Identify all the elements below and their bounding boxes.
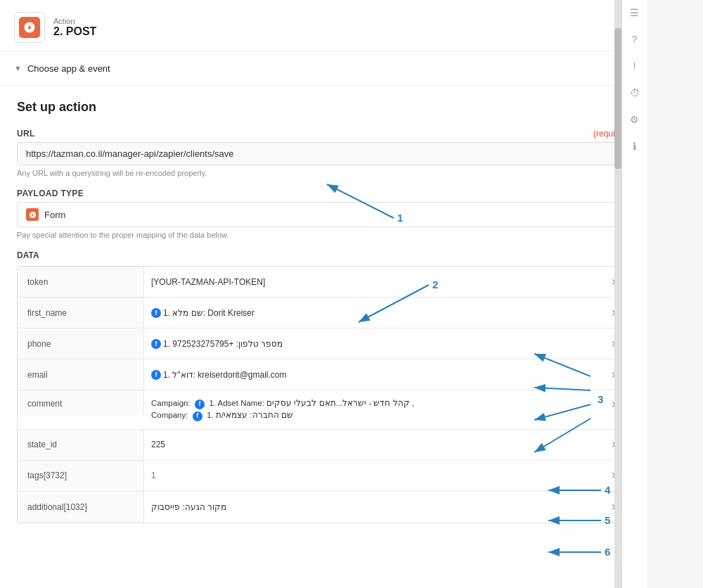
data-value-first-name: f 1. שם מלא: Dorit Kreiser (151, 307, 605, 318)
action-icon-inner (19, 17, 40, 38)
table-row: phone f 1. מספר טלפון: +972523275795 ✕ (18, 328, 629, 359)
data-value-cell-tags: 1 ✕ (144, 461, 629, 491)
data-value-phone: f 1. מספר טלפון: +972523275795 (151, 338, 605, 349)
chevron-icon[interactable]: ▼ (14, 64, 22, 72)
action-name: 2. POST (53, 25, 96, 38)
data-value-cell-comment: Campaign: f 1. Adset Name: קהל חדש - ישר… (144, 390, 629, 429)
data-key-additional: additional[1032] (18, 492, 144, 523)
fb-text: 1. מספר טלפון: +972523275795 (163, 339, 283, 349)
payload-value: Form (44, 210, 65, 220)
data-key-tags: tags[3732] (18, 461, 144, 491)
data-value-email: f 1. דוא"ל: kreiserdorit@gmail.com (151, 369, 605, 380)
action-label: Action (53, 17, 96, 25)
main-content[interactable]: Action 2. POST ? ··· ▼ Choose app & even… (0, 0, 647, 588)
data-key-phone: phone (18, 328, 144, 359)
header-left: Action 2. POST (14, 12, 96, 43)
data-key-state-id: state_id (18, 430, 144, 460)
data-value-comment: Campaign: f 1. Adset Name: קהל חדש - ישר… (151, 397, 605, 422)
form-icon (26, 208, 39, 221)
sidebar-help-icon[interactable]: ? (628, 32, 642, 46)
choose-app-section[interactable]: ▼ Choose app & event ✓ (0, 51, 647, 86)
url-field-group: URL (required) Any URL with a querystrin… (17, 129, 630, 177)
facebook-icon: f (151, 308, 161, 318)
table-row: email f 1. דוא"ל: kreiserdorit@gmail.com… (18, 359, 629, 390)
data-key-first-name: first_name (18, 298, 144, 328)
data-value-cell-phone: f 1. מספר טלפון: +972523275795 ✕ (144, 328, 629, 359)
data-value-state-id: 225 (151, 440, 605, 449)
url-hint: Any URL with a querystring will be re-en… (17, 169, 630, 177)
setup-section: Set up action URL (required) Any URL wit… (0, 86, 647, 537)
payload-label-row: Payload Type (17, 188, 630, 198)
data-value-additional: מקור הגעה: פייסבוק (151, 502, 605, 512)
action-header: Action 2. POST ? ··· (0, 0, 647, 51)
action-title-group: Action 2. POST (53, 17, 96, 38)
table-row: token [YOUR-TAZMAN-API-TOKEN] ✕ (18, 267, 629, 298)
payload-type-group: Payload Type Form ⇅ Pay special attentio… (17, 188, 630, 239)
sidebar-info-icon[interactable]: ℹ (628, 139, 642, 153)
action-icon-box (14, 12, 45, 43)
right-sidebar: ☰ ? ! ⏱ ⚙ ℹ (621, 0, 647, 588)
facebook-icon: f (193, 411, 202, 421)
table-row: state_id 225 ✕ (18, 430, 629, 461)
table-row: comment Campaign: f 1. Adset Name: קהל ח… (18, 390, 629, 430)
fb-badge: f 1. דוא"ל: kreiserdorit@gmail.com (151, 370, 287, 380)
data-value-token: [YOUR-TAZMAN-API-TOKEN] (151, 277, 605, 287)
sidebar-alert-icon[interactable]: ! (628, 59, 642, 73)
choose-app-left: ▼ Choose app & event (14, 63, 110, 74)
table-row: first_name f 1. שם מלא: Dorit Kreiser ✕ (18, 298, 629, 328)
select-left: Form (26, 208, 65, 221)
url-label: URL (17, 129, 35, 139)
fb-text: 1. שם מלא: Dorit Kreiser (163, 308, 254, 318)
sidebar-list-icon[interactable]: ☰ (628, 6, 642, 20)
url-input[interactable] (17, 142, 630, 165)
fb-badge: f 1. שם מלא: Dorit Kreiser (151, 308, 254, 318)
payload-hint: Pay special attention to the proper mapp… (17, 231, 630, 239)
url-label-row: URL (required) (17, 129, 630, 139)
scrollbar-track[interactable] (614, 0, 621, 588)
scrollbar-thumb[interactable] (614, 28, 621, 169)
form-icon-svg (29, 211, 37, 219)
data-key-token: token (18, 267, 144, 297)
data-label: Data (17, 250, 630, 260)
data-value-cell-additional: מקור הגעה: פייסבוק ✕ (144, 492, 629, 523)
sidebar-settings-icon[interactable]: ⚙ (628, 113, 642, 127)
setup-title: Set up action (17, 100, 630, 115)
fb-text: 1. דוא"ל: kreiserdorit@gmail.com (163, 370, 287, 380)
table-row: additional[1032] מקור הגעה: פייסבוק ✕ (18, 492, 629, 523)
facebook-icon: f (195, 400, 205, 409)
fb-badge: f 1. מספר טלפון: +972523275795 (151, 339, 283, 349)
facebook-icon: f (151, 339, 161, 349)
data-value-cell-first-name: f 1. שם מלא: Dorit Kreiser ✕ (144, 298, 629, 328)
data-key-email: email (18, 359, 144, 390)
facebook-icon: f (151, 370, 161, 380)
payload-select[interactable]: Form ⇅ (17, 202, 630, 227)
choose-app-text: Choose app & event (27, 63, 110, 74)
table-row: tags[3732] 1 ✕ (18, 461, 629, 492)
data-table: token [YOUR-TAZMAN-API-TOKEN] ✕ first_na… (17, 266, 630, 523)
data-key-comment: comment (18, 390, 144, 416)
comment-line-2: Company: f 1. שם החברה: עצמאי/ת (151, 409, 605, 421)
comment-line-1: Campaign: f 1. Adset Name: קהל חדש - ישר… (151, 397, 605, 409)
sidebar-history-icon[interactable]: ⏱ (628, 86, 642, 100)
data-value-cell-token: [YOUR-TAZMAN-API-TOKEN] ✕ (144, 267, 629, 297)
data-value-tags: 1 (151, 471, 605, 480)
action-icon-svg (23, 21, 36, 34)
data-value-cell-email: f 1. דוא"ל: kreiserdorit@gmail.com ✕ (144, 359, 629, 390)
data-value-cell-state-id: 225 ✕ (144, 430, 629, 460)
payload-label: Payload Type (17, 188, 84, 198)
